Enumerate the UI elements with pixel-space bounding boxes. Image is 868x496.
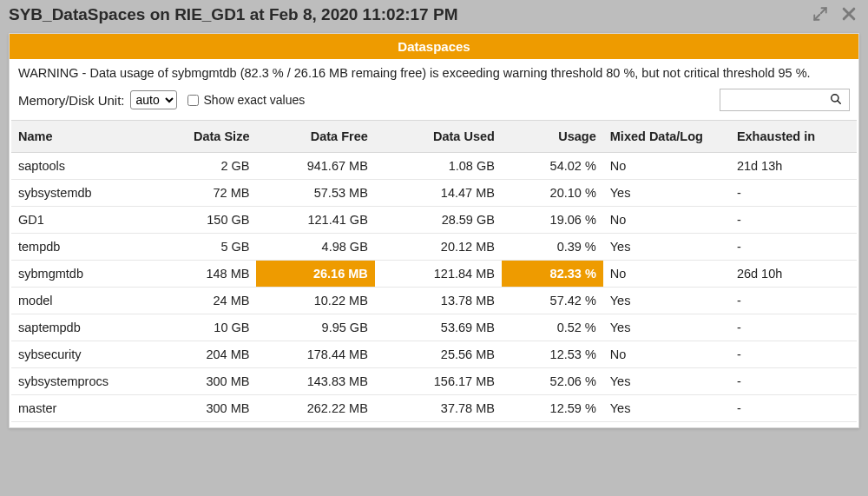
table-row[interactable]: sybsystemprocs300 MB143.83 MB156.17 MB52… — [11, 368, 857, 395]
cell-name: GD1 — [11, 207, 155, 234]
cell-data_free: 10.22 MB — [256, 288, 374, 314]
table-row[interactable]: sybsecurity204 MB178.44 MB25.56 MB12.53 … — [11, 341, 857, 368]
cell-data_used: 20.12 MB — [375, 234, 502, 261]
cell-mixed: No — [603, 261, 730, 288]
cell-name: tempdb — [11, 234, 155, 261]
cell-name: saptools — [11, 153, 155, 180]
cell-name: saptempdb — [11, 314, 155, 341]
cell-usage: 19.06 % — [502, 207, 603, 234]
cell-usage: 12.53 % — [502, 341, 603, 368]
cell-data_free: 941.67 MB — [256, 153, 374, 180]
table-header-row: Name Data Size Data Free Data Used Usage… — [11, 121, 857, 153]
cell-data_free: 143.83 MB — [256, 368, 374, 395]
cell-data_free: 121.41 GB — [256, 207, 374, 234]
col-data-used[interactable]: Data Used — [375, 121, 502, 153]
cell-name: sybmgmtdb — [11, 261, 155, 288]
col-data-size[interactable]: Data Size — [155, 121, 257, 153]
table-wrap: Name Data Size Data Free Data Used Usage… — [10, 120, 858, 427]
cell-data_size: 5 GB — [155, 234, 257, 261]
table-row[interactable]: saptools2 GB941.67 MB1.08 GB54.02 %No21d… — [11, 153, 857, 180]
cell-usage: 12.59 % — [502, 395, 603, 422]
exact-values-wrap: Show exact values — [187, 93, 306, 107]
cell-usage: 82.33 % — [502, 261, 603, 288]
cell-mixed: No — [603, 341, 730, 368]
cell-exhausted: - — [730, 180, 857, 207]
table-row[interactable]: saptempdb10 GB9.95 GB53.69 MB0.52 %Yes- — [11, 314, 857, 341]
exact-values-checkbox[interactable] — [187, 95, 199, 106]
cell-data_used: 13.78 MB — [375, 288, 502, 314]
cell-exhausted: - — [730, 395, 857, 422]
titlebar: SYB_DataSpaces on RIE_GD1 at Feb 8, 2020… — [0, 0, 868, 30]
cell-data_free: 9.95 GB — [256, 314, 374, 341]
cell-name: sybsystemprocs — [11, 368, 155, 395]
cell-data_size: 2 GB — [155, 153, 257, 180]
cell-data_size: 150 GB — [155, 207, 257, 234]
col-usage[interactable]: Usage — [502, 121, 603, 153]
search-box — [720, 89, 850, 111]
cell-usage: 57.42 % — [502, 288, 603, 314]
banner: Dataspaces — [10, 34, 858, 59]
table-body: saptools2 GB941.67 MB1.08 GB54.02 %No21d… — [11, 153, 857, 422]
exact-values-label: Show exact values — [204, 93, 306, 107]
search-icon[interactable] — [823, 93, 849, 108]
cell-name: model — [11, 288, 155, 314]
cell-usage: 54.02 % — [502, 153, 603, 180]
cell-exhausted: 21d 13h — [730, 153, 857, 180]
cell-data_size: 24 MB — [155, 288, 257, 314]
cell-mixed: No — [603, 207, 730, 234]
cell-mixed: Yes — [603, 288, 730, 314]
cell-exhausted: - — [730, 288, 857, 314]
cell-data_used: 156.17 MB — [375, 368, 502, 395]
window-title: SYB_DataSpaces on RIE_GD1 at Feb 8, 2020… — [9, 5, 800, 24]
cell-data_used: 14.47 MB — [375, 180, 502, 207]
table-row[interactable]: model24 MB10.22 MB13.78 MB57.42 %Yes- — [11, 288, 857, 314]
panel: Dataspaces WARNING - Data usage of sybmg… — [9, 33, 859, 428]
cell-data_size: 10 GB — [155, 314, 257, 341]
cell-name: sybsecurity — [11, 341, 155, 368]
table-row[interactable]: GD1150 GB121.41 GB28.59 GB19.06 %No- — [11, 207, 857, 234]
cell-data_size: 148 MB — [155, 261, 257, 288]
table-row[interactable]: sybmgmtdb148 MB26.16 MB121.84 MB82.33 %N… — [11, 261, 857, 288]
window: SYB_DataSpaces on RIE_GD1 at Feb 8, 2020… — [0, 0, 868, 496]
cell-exhausted: - — [730, 368, 857, 395]
controls-row: Memory/Disk Unit: auto Show exact values — [10, 83, 858, 120]
cell-exhausted: - — [730, 207, 857, 234]
unit-label: Memory/Disk Unit: — [18, 93, 125, 108]
search-input[interactable] — [720, 91, 823, 109]
col-data-free[interactable]: Data Free — [256, 121, 374, 153]
cell-usage: 20.10 % — [502, 180, 603, 207]
expand-icon[interactable] — [812, 6, 828, 24]
col-exhausted[interactable]: Exhausted in — [730, 121, 857, 153]
cell-exhausted: 26d 10h — [730, 261, 857, 288]
table-row[interactable]: sybsystemdb72 MB57.53 MB14.47 MB20.10 %Y… — [11, 180, 857, 207]
cell-exhausted: - — [730, 341, 857, 368]
cell-data_free: 26.16 MB — [256, 261, 374, 288]
dataspaces-table: Name Data Size Data Free Data Used Usage… — [11, 120, 857, 422]
close-icon[interactable] — [840, 5, 858, 25]
cell-mixed: Yes — [603, 180, 730, 207]
cell-data_size: 300 MB — [155, 368, 257, 395]
table-row[interactable]: master300 MB262.22 MB37.78 MB12.59 %Yes- — [11, 395, 857, 422]
cell-exhausted: - — [730, 234, 857, 261]
cell-mixed: Yes — [603, 368, 730, 395]
cell-data_free: 262.22 MB — [256, 395, 374, 422]
unit-select[interactable]: auto — [130, 90, 177, 109]
cell-mixed: Yes — [603, 234, 730, 261]
cell-data_used: 1.08 GB — [375, 153, 502, 180]
cell-mixed: No — [603, 153, 730, 180]
cell-usage: 0.52 % — [502, 314, 603, 341]
cell-data_used: 25.56 MB — [375, 341, 502, 368]
cell-name: master — [11, 395, 155, 422]
col-mixed[interactable]: Mixed Data/Log — [603, 121, 730, 153]
cell-data_used: 53.69 MB — [375, 314, 502, 341]
cell-usage: 52.06 % — [502, 368, 603, 395]
cell-mixed: Yes — [603, 395, 730, 422]
cell-name: sybsystemdb — [11, 180, 155, 207]
cell-mixed: Yes — [603, 314, 730, 341]
cell-data_free: 4.98 GB — [256, 234, 374, 261]
cell-usage: 0.39 % — [502, 234, 603, 261]
col-name[interactable]: Name — [11, 121, 155, 153]
cell-data_size: 300 MB — [155, 395, 257, 422]
table-row[interactable]: tempdb5 GB4.98 GB20.12 MB0.39 %Yes- — [11, 234, 857, 261]
cell-data_used: 121.84 MB — [375, 261, 502, 288]
